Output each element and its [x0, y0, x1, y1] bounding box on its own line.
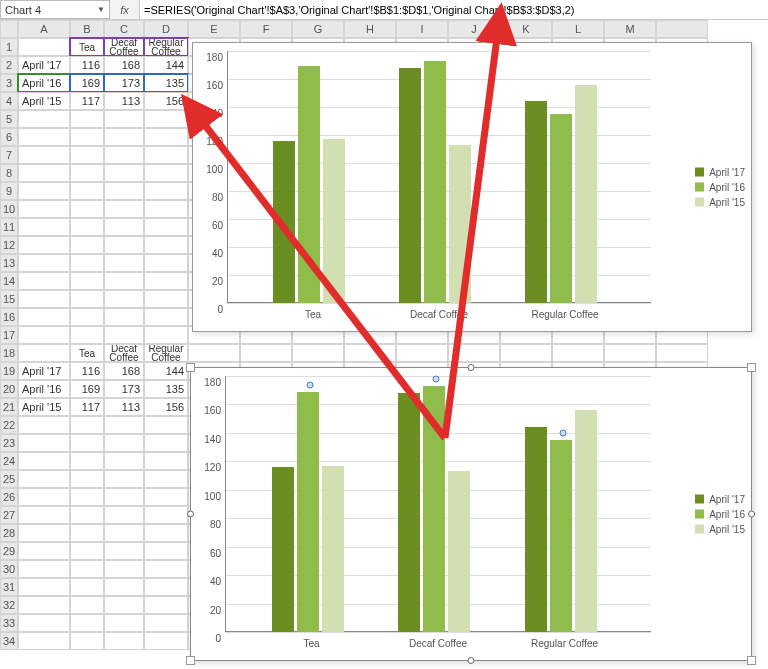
cell[interactable] — [104, 488, 144, 506]
cell[interactable] — [70, 452, 104, 470]
row-header[interactable]: 23 — [0, 434, 18, 452]
cell[interactable]: 117 — [70, 92, 104, 110]
cell[interactable] — [656, 344, 708, 362]
bar[interactable] — [323, 139, 345, 303]
row-header[interactable]: 14 — [0, 272, 18, 290]
cell[interactable] — [18, 596, 70, 614]
cell[interactable] — [70, 182, 104, 200]
bar[interactable] — [273, 141, 295, 303]
bar[interactable] — [525, 427, 547, 632]
column-header[interactable]: B — [70, 20, 104, 38]
cell[interactable] — [18, 290, 70, 308]
cell[interactable] — [18, 542, 70, 560]
cell[interactable] — [144, 434, 188, 452]
resize-handle[interactable] — [186, 656, 195, 665]
cell[interactable]: 169 — [70, 380, 104, 398]
cell[interactable] — [70, 308, 104, 326]
cell[interactable] — [70, 272, 104, 290]
resize-handle[interactable] — [468, 364, 475, 371]
row-header[interactable]: 26 — [0, 488, 18, 506]
cell[interactable] — [104, 200, 144, 218]
cell[interactable] — [104, 326, 144, 344]
bar[interactable] — [398, 393, 420, 632]
cell[interactable]: 135 — [144, 74, 188, 92]
cell[interactable]: Tea — [70, 344, 104, 362]
cell[interactable] — [18, 254, 70, 272]
cell[interactable] — [144, 452, 188, 470]
cell[interactable] — [70, 218, 104, 236]
cell[interactable] — [144, 596, 188, 614]
column-header[interactable]: C — [104, 20, 144, 38]
cell[interactable] — [70, 290, 104, 308]
chevron-down-icon[interactable]: ▼ — [97, 5, 105, 14]
cell[interactable] — [18, 506, 70, 524]
cell[interactable] — [144, 416, 188, 434]
bar[interactable] — [322, 466, 344, 632]
cell[interactable]: 113 — [104, 92, 144, 110]
cell[interactable] — [144, 542, 188, 560]
cell[interactable] — [70, 416, 104, 434]
cell[interactable] — [18, 272, 70, 290]
cell[interactable] — [104, 506, 144, 524]
resize-handle[interactable] — [747, 363, 756, 372]
column-header[interactable]: F — [240, 20, 292, 38]
cell[interactable]: 168 — [104, 362, 144, 380]
cell[interactable]: April '17 — [18, 362, 70, 380]
cell[interactable] — [104, 632, 144, 650]
cell[interactable] — [18, 488, 70, 506]
resize-handle[interactable] — [468, 657, 475, 664]
cell[interactable] — [500, 344, 552, 362]
cell[interactable] — [70, 542, 104, 560]
cell[interactable] — [18, 218, 70, 236]
cell[interactable] — [104, 308, 144, 326]
row-header[interactable]: 4 — [0, 92, 18, 110]
cell[interactable] — [144, 578, 188, 596]
cell[interactable] — [292, 344, 344, 362]
cell[interactable] — [104, 290, 144, 308]
cell[interactable] — [18, 632, 70, 650]
cell[interactable] — [70, 254, 104, 272]
row-header[interactable]: 7 — [0, 146, 18, 164]
cell[interactable] — [104, 218, 144, 236]
cell[interactable]: April '16 — [18, 74, 70, 92]
column-header[interactable]: A — [18, 20, 70, 38]
cell[interactable] — [70, 200, 104, 218]
row-header[interactable]: 11 — [0, 218, 18, 236]
cell[interactable] — [70, 470, 104, 488]
cell[interactable] — [144, 470, 188, 488]
row-header[interactable]: 24 — [0, 452, 18, 470]
formula-input[interactable] — [140, 0, 768, 19]
cell[interactable] — [144, 254, 188, 272]
cell[interactable]: Decaf Coffee — [104, 344, 144, 362]
column-header[interactable]: H — [344, 20, 396, 38]
cell[interactable]: 113 — [104, 398, 144, 416]
cell[interactable] — [144, 164, 188, 182]
cell[interactable] — [144, 632, 188, 650]
cell[interactable] — [104, 560, 144, 578]
column-header[interactable]: J — [448, 20, 500, 38]
cell[interactable] — [18, 308, 70, 326]
cell[interactable] — [144, 272, 188, 290]
cell[interactable]: 156 — [144, 92, 188, 110]
cell[interactable] — [18, 524, 70, 542]
cell[interactable]: Regular Coffee — [144, 344, 188, 362]
cell[interactable] — [104, 470, 144, 488]
cell[interactable] — [104, 182, 144, 200]
cell[interactable] — [104, 128, 144, 146]
row-header[interactable]: 12 — [0, 236, 18, 254]
column-header[interactable]: M — [604, 20, 656, 38]
bar[interactable] — [448, 471, 470, 632]
row-header[interactable]: 19 — [0, 362, 18, 380]
cell[interactable] — [18, 344, 70, 362]
cell[interactable]: Regular Coffee — [144, 38, 188, 56]
row-header[interactable]: 31 — [0, 578, 18, 596]
row-header[interactable]: 3 — [0, 74, 18, 92]
cell[interactable] — [70, 614, 104, 632]
cell[interactable] — [104, 254, 144, 272]
cell[interactable] — [70, 128, 104, 146]
column-header[interactable]: E — [188, 20, 240, 38]
row-header[interactable]: 6 — [0, 128, 18, 146]
series-selection-handle[interactable] — [306, 381, 313, 388]
cell[interactable] — [70, 488, 104, 506]
series-selection-handle[interactable] — [433, 375, 440, 382]
